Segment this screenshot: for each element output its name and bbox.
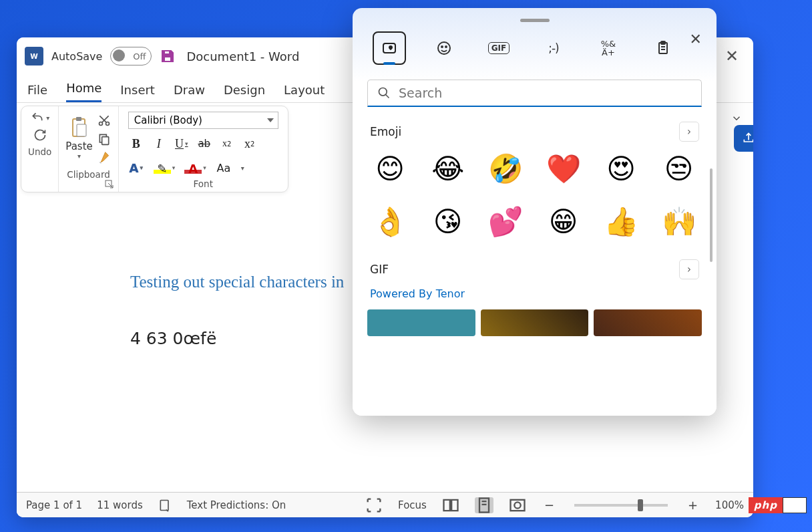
gif-tab[interactable]: GIF bbox=[482, 31, 516, 65]
tab-insert[interactable]: Insert bbox=[120, 83, 155, 102]
dialog-launcher-icon[interactable] bbox=[105, 180, 114, 189]
undo-group: ▾ Undo bbox=[21, 106, 59, 192]
paste-button[interactable]: Paste ▾ bbox=[65, 116, 93, 160]
clipboard-group: Paste ▾ Clipboard bbox=[59, 106, 119, 192]
svg-text:W: W bbox=[30, 52, 38, 60]
word-count[interactable]: 11 words bbox=[97, 499, 143, 511]
strikethrough-button[interactable]: ab bbox=[196, 136, 212, 152]
emoji-picker-panel: ✕ GIF ;-) %&Ä+ Emoji › 😊 😂 🤣 ❤️ 😍 😒 👌 😘 … bbox=[353, 8, 717, 416]
copy-icon[interactable] bbox=[97, 132, 112, 146]
emoji-unamused[interactable]: 😒 bbox=[662, 152, 697, 185]
focus-label[interactable]: Focus bbox=[398, 499, 427, 511]
emoji-tab[interactable] bbox=[427, 31, 461, 65]
emoji-kiss[interactable]: 😘 bbox=[431, 205, 466, 238]
cut-icon[interactable] bbox=[97, 113, 112, 128]
bold-button[interactable]: B bbox=[128, 136, 144, 152]
clipboard-group-label: Clipboard bbox=[67, 169, 110, 180]
tab-layout[interactable]: Layout bbox=[284, 83, 325, 102]
tab-file[interactable]: File bbox=[27, 83, 47, 102]
scrollbar[interactable] bbox=[710, 168, 713, 262]
word-app-icon: W bbox=[25, 47, 43, 65]
svg-rect-5 bbox=[76, 117, 81, 121]
emoji-ok-hand[interactable]: 👌 bbox=[373, 205, 408, 238]
svg-rect-6 bbox=[77, 124, 86, 136]
subscript-button[interactable]: x2 bbox=[219, 136, 235, 152]
zoom-level[interactable]: 100% bbox=[715, 499, 744, 511]
font-family-select[interactable]: Calibri (Body) bbox=[128, 112, 278, 129]
superscript-button[interactable]: x2 bbox=[242, 136, 258, 152]
save-icon[interactable] bbox=[160, 48, 176, 64]
search-icon bbox=[377, 86, 391, 100]
emoji-heart-eyes[interactable]: 😍 bbox=[604, 152, 639, 185]
italic-button[interactable]: I bbox=[151, 136, 167, 152]
font-group: Calibri (Body) B I U▾ ab x2 x2 A▾ ✎▾ A▾ … bbox=[119, 106, 288, 192]
format-painter-icon[interactable] bbox=[97, 150, 112, 165]
zoom-in-button[interactable]: + bbox=[685, 498, 700, 512]
change-case-button[interactable]: Aa bbox=[216, 160, 232, 176]
svg-point-8 bbox=[106, 122, 109, 126]
web-layout-icon[interactable] bbox=[508, 497, 527, 513]
svg-point-14 bbox=[514, 502, 520, 508]
repeat-icon[interactable] bbox=[33, 128, 47, 142]
svg-point-7 bbox=[99, 122, 102, 126]
search-field[interactable] bbox=[367, 80, 702, 107]
emoji-rofl[interactable]: 🤣 bbox=[488, 152, 524, 185]
svg-rect-11 bbox=[160, 500, 168, 510]
emoji-more-button[interactable]: › bbox=[679, 122, 699, 142]
text-predictions[interactable]: Text Predictions: On bbox=[187, 499, 286, 511]
page-count[interactable]: Page 1 of 1 bbox=[26, 499, 82, 511]
kaomoji-tab[interactable]: ;-) bbox=[537, 31, 570, 65]
gif-thumb[interactable] bbox=[594, 309, 702, 336]
gif-section-title: GIF bbox=[370, 263, 389, 276]
text-effects-button[interactable]: A▾ bbox=[128, 160, 144, 176]
window-close-button[interactable]: ✕ bbox=[719, 44, 745, 68]
svg-point-18 bbox=[445, 46, 447, 47]
focus-mode-button[interactable] bbox=[365, 497, 383, 513]
tab-design[interactable]: Design bbox=[224, 83, 265, 102]
drag-handle[interactable] bbox=[520, 19, 550, 22]
proofing-icon[interactable] bbox=[158, 498, 172, 513]
emoji-raised-hands[interactable]: 🙌 bbox=[662, 205, 697, 238]
gif-thumb[interactable] bbox=[367, 309, 475, 336]
underline-button[interactable]: U▾ bbox=[174, 136, 190, 152]
tab-home[interactable]: Home bbox=[66, 81, 102, 102]
emoji-two-hearts[interactable]: 💕 bbox=[488, 205, 524, 238]
emoji-joy[interactable]: 😂 bbox=[431, 152, 466, 185]
emoji-thumbs-up[interactable]: 👍 bbox=[604, 205, 639, 238]
undo-group-label: Undo bbox=[28, 146, 51, 157]
zoom-slider[interactable] bbox=[574, 504, 668, 507]
svg-point-21 bbox=[379, 88, 387, 96]
autosave-label: AutoSave bbox=[51, 50, 102, 63]
autosave-control[interactable]: AutoSave Off bbox=[51, 47, 152, 65]
highlight-button[interactable]: ✎▾ bbox=[154, 160, 176, 176]
gif-thumb[interactable] bbox=[481, 309, 589, 336]
emoji-grin[interactable]: 😁 bbox=[546, 205, 582, 238]
print-layout-icon[interactable] bbox=[475, 497, 493, 513]
clipboard-tab[interactable] bbox=[646, 31, 680, 65]
emoji-grid: 😊 😂 🤣 ❤️ 😍 😒 👌 😘 💕 😁 👍 🙌 bbox=[367, 150, 702, 254]
category-tabs: GIF ;-) %&Ä+ bbox=[373, 31, 702, 65]
share-button[interactable] bbox=[734, 125, 753, 152]
svg-rect-3 bbox=[164, 57, 171, 61]
search-input[interactable] bbox=[399, 86, 692, 100]
autosave-toggle[interactable]: Off bbox=[110, 47, 152, 65]
tenor-attribution: Powered By Tenor bbox=[370, 287, 699, 300]
font-group-label: Font bbox=[119, 178, 288, 189]
gif-more-button[interactable]: › bbox=[679, 259, 699, 279]
svg-point-17 bbox=[441, 46, 443, 47]
chevron-down-icon[interactable]: ▾ bbox=[46, 114, 49, 122]
emoji-heart[interactable]: ❤️ bbox=[546, 152, 582, 185]
zoom-out-button[interactable]: − bbox=[542, 498, 557, 512]
undo-icon[interactable] bbox=[30, 110, 45, 125]
svg-rect-2 bbox=[164, 51, 170, 54]
chevron-down-icon[interactable]: ▾ bbox=[77, 152, 81, 160]
symbols-tab[interactable]: %&Ä+ bbox=[592, 31, 625, 65]
gif-thumbnails bbox=[367, 309, 702, 336]
recent-tab[interactable] bbox=[373, 31, 406, 65]
emoji-blush[interactable]: 😊 bbox=[373, 152, 408, 185]
close-icon[interactable]: ✕ bbox=[690, 31, 702, 47]
read-mode-icon[interactable] bbox=[441, 497, 460, 513]
emoji-section-title: Emoji bbox=[370, 125, 401, 138]
tab-draw[interactable]: Draw bbox=[174, 83, 205, 102]
font-color-button[interactable]: A▾ bbox=[184, 160, 206, 176]
